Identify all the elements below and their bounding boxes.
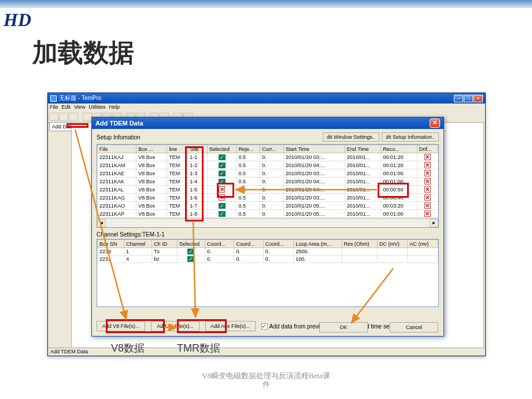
table-cell: ✓	[177, 256, 205, 263]
table-cell: 22311KAJ	[98, 153, 136, 161]
scroll-left-icon[interactable]: ◄	[97, 219, 106, 227]
table-row[interactable]: 22314bz✓0.0.0.100.	[98, 256, 438, 263]
check-icon[interactable]: ✓	[219, 162, 226, 168]
table-cell: 22311KAG	[98, 194, 136, 202]
menu-edit[interactable]: Edit	[62, 104, 71, 111]
table-cell: TEM	[167, 178, 188, 186]
table-row[interactable]: 22311KAJV8 BoxTEM1-1✓0.50.2010/01/20 03:…	[98, 153, 438, 161]
x-icon[interactable]: ✕	[424, 186, 431, 193]
grid-header[interactable]: End Time	[345, 145, 381, 153]
grid-header[interactable]: Selected	[207, 145, 237, 153]
menu-file[interactable]: File	[50, 104, 58, 111]
channel-grid[interactable]: Box SNChannelCh IDSelectedCoord...Coord.…	[97, 239, 439, 307]
grid-header[interactable]: Start Time	[284, 145, 345, 153]
table-cell: 0.5	[237, 202, 260, 210]
toolbar-button[interactable]	[49, 113, 58, 121]
annotation-v8: V8数据	[111, 341, 145, 355]
x-icon[interactable]: ✕	[424, 170, 431, 176]
grid-header[interactable]: Box ...	[136, 145, 167, 153]
cancel-button[interactable]: Cancel	[390, 322, 438, 332]
setup-grid[interactable]: FileBox ...lineSiteSelectedReje...Curr..…	[97, 144, 439, 228]
grid-header[interactable]: Reje...	[237, 145, 260, 153]
table-row[interactable]: 22311KALV8 BoxTEM1-5✕0.50.2010/01/20 04:…	[98, 186, 438, 194]
add-tx-file-button[interactable]: Add Tx File(s)...	[151, 321, 200, 331]
table-cell: 2010/01...	[345, 178, 381, 186]
check-icon[interactable]: ✓	[187, 249, 194, 254]
x-icon[interactable]: ✕	[219, 186, 225, 193]
grid-header[interactable]: Selected	[177, 240, 205, 248]
check-icon[interactable]: ✓	[219, 211, 226, 217]
menu-utilities[interactable]: Utilities	[88, 104, 105, 111]
app-icon	[50, 95, 57, 102]
table-row[interactable]: 22311KAPV8 BoxTEM1-8✓0.50.2010/01/20 05:…	[98, 210, 438, 218]
dialog-close-button[interactable]: ×	[430, 119, 440, 128]
x-icon[interactable]: ✕	[424, 162, 431, 168]
grid-header[interactable]: Box SN	[98, 240, 124, 248]
grid-header[interactable]: Coord...	[234, 240, 263, 248]
check-icon[interactable]: ✓	[219, 154, 226, 160]
x-icon[interactable]: ✕	[424, 194, 431, 201]
table-row[interactable]: 22311KAKV8 BoxTEM1-4✓0.50.2010/01/20 04:…	[98, 178, 438, 186]
x-icon[interactable]: ✕	[424, 154, 431, 160]
add-v8-file-button[interactable]: Add V8 File(s)...	[97, 321, 145, 331]
grid-header[interactable]: Coord...	[263, 240, 294, 248]
close-button[interactable]: ×	[474, 95, 483, 102]
toolbar-button[interactable]	[59, 113, 68, 121]
table-cell: ✕	[417, 202, 438, 210]
table-cell: 22311KAE	[98, 169, 136, 178]
grid-header[interactable]: File	[98, 145, 136, 153]
edit-setup-info-button[interactable]: dit Setup Infomation..	[382, 132, 439, 142]
table-row[interactable]: 22311KAEV8 BoxTEM1-3✓0.50.2010/01/20 03:…	[98, 169, 438, 178]
grid-header[interactable]: Coord...	[205, 240, 234, 248]
table-cell: 0.	[205, 256, 234, 263]
maximize-button[interactable]: □	[464, 95, 473, 102]
grid-header[interactable]: DC (mV)	[377, 240, 408, 248]
check-icon[interactable]: ✓	[219, 171, 226, 176]
table-cell: 2010/01/20 05:...	[284, 202, 345, 210]
edit-window-settings-button[interactable]: dit Window Settings..	[323, 132, 379, 142]
table-cell: 1-2	[188, 161, 208, 169]
check-icon[interactable]: ✓	[219, 203, 226, 209]
grid-header[interactable]: Site	[188, 145, 208, 153]
menu-view[interactable]: View	[74, 104, 85, 111]
table-cell: 22311KAO	[98, 202, 136, 210]
minimize-button[interactable]: –	[454, 95, 463, 102]
grid-header[interactable]: Res (Ohm)	[342, 240, 377, 248]
grid-header[interactable]: Loop Area (m...	[294, 240, 342, 248]
x-icon[interactable]: ✕	[424, 210, 431, 217]
check-icon[interactable]: ✓	[219, 179, 226, 184]
menu-help[interactable]: Help	[109, 104, 120, 111]
logo: HD	[3, 9, 31, 31]
add-aux-file-button[interactable]: Add Aux File(s)...	[205, 321, 256, 331]
x-icon[interactable]: ✕	[424, 178, 431, 184]
grid-header[interactable]: Reco...	[381, 145, 418, 153]
grid-scrollbar[interactable]: ◄ ►	[97, 218, 438, 227]
toolbar-button[interactable]	[69, 113, 78, 121]
grid-header[interactable]: line	[167, 145, 188, 153]
table-cell: 4	[124, 256, 152, 263]
ok-button[interactable]: OK	[319, 322, 368, 332]
table-cell: ✓	[207, 178, 237, 186]
toolbar-button[interactable]	[83, 113, 92, 121]
table-cell: 00:01:00	[381, 169, 418, 178]
x-icon[interactable]: ✕	[219, 194, 225, 201]
scroll-right-icon[interactable]: ►	[430, 219, 438, 227]
table-row[interactable]: 22311KAMV8 BoxTEM1-2✓0.50.2010/01/20 04:…	[98, 161, 438, 169]
add-tdem-dialog: Add TDEM Data × Setup Infomation dit Win…	[91, 117, 444, 337]
table-row[interactable]: 22391Tx✓0.0.0.2500.	[98, 248, 438, 256]
grid-header[interactable]: Ch ID	[152, 240, 178, 248]
grid-header[interactable]: AC (mv)	[408, 240, 438, 248]
grid-header[interactable]: Curr...	[260, 145, 284, 153]
table-row[interactable]: 22311KAOV8 BoxTEM1-7✓0.50.2010/01/20 05:…	[98, 202, 438, 210]
grid-header[interactable]: Channel	[124, 240, 152, 248]
x-icon[interactable]: ✕	[424, 202, 431, 209]
menubar: File Edit View Utilities Help	[48, 104, 485, 112]
table-cell	[377, 256, 408, 263]
table-row[interactable]: 22311KAGV8 BoxTEM1-6✕0.50.2010/01/20 03:…	[98, 194, 438, 202]
table-cell: 2010/01...	[345, 194, 381, 202]
check-icon[interactable]: ✓	[187, 256, 194, 262]
table-cell: V8 Box	[136, 210, 167, 218]
table-cell: 00:03:20	[381, 202, 418, 210]
table-cell: 0.	[263, 248, 294, 256]
grid-header[interactable]: Drif...	[417, 145, 438, 153]
